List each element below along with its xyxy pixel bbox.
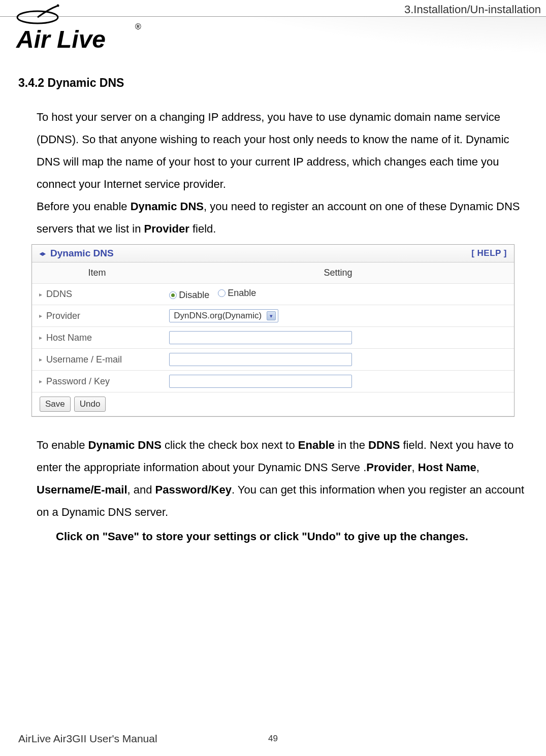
ddns-enable-radio[interactable]: Enable — [218, 288, 256, 299]
triangle-icon: ▸ — [39, 378, 42, 385]
page-header: 3.Installation/Un-installation Air Live … — [0, 0, 546, 71]
provider-value: DynDNS.org(Dynamic) — [174, 311, 262, 321]
chevron-down-icon: ▾ — [267, 311, 276, 320]
instruction-paragraph: To enable Dynamic DNS click the check bo… — [37, 434, 528, 523]
provider-select[interactable]: DynDNS.org(Dynamic) ▾ — [169, 309, 278, 322]
table-row: ▸Password / Key — [32, 371, 514, 392]
row-label-ddns: DDNS — [46, 289, 72, 300]
panel-titlebar: ◂▸ Dynamic DNS [ HELP ] — [32, 245, 514, 262]
ddns-disable-radio[interactable]: Disable — [169, 290, 209, 301]
table-row: ▸Username / E-mail — [32, 349, 514, 371]
page-number: 49 — [268, 734, 278, 744]
row-label-hostname: Host Name — [46, 333, 92, 343]
dynamic-dns-panel: ◂▸ Dynamic DNS [ HELP ] Item Setting ▸DD… — [31, 244, 515, 417]
save-button[interactable]: Save — [40, 397, 71, 412]
intro-bold-ddns: Dynamic DNS — [131, 200, 204, 213]
row-label-password: Password / Key — [46, 376, 110, 387]
table-row: ▸Host Name — [32, 327, 514, 349]
svg-point-1 — [57, 5, 59, 7]
panel-title: Dynamic DNS — [50, 248, 114, 259]
airlive-logo: Air Live ® — [13, 4, 145, 62]
table-row: ▸DDNS Disable Enable — [32, 284, 514, 305]
undo-button[interactable]: Undo — [74, 397, 106, 412]
triangle-icon: ▸ — [39, 291, 42, 298]
table-row: ▸Provider DynDNS.org(Dynamic) ▾ — [32, 305, 514, 327]
password-input[interactable] — [169, 375, 352, 388]
radio-label-disable: Disable — [179, 290, 209, 301]
breadcrumb: 3.Installation/Un-installation — [404, 3, 541, 16]
triangle-icon: ▸ — [39, 334, 42, 341]
radio-checked-icon — [169, 291, 177, 299]
row-label-provider: Provider — [46, 311, 80, 321]
logo-text: Air Live — [16, 26, 106, 53]
trademark-icon: ® — [135, 22, 141, 31]
triangle-icon: ▸ — [39, 312, 42, 319]
manual-title: AirLive Air3GII User's Manual — [18, 733, 157, 745]
settings-table: Item Setting ▸DDNS Disable Enable ▸P — [32, 262, 514, 416]
intro-text-2c: field. — [189, 222, 216, 235]
intro-text-1: To host your server on a changing IP add… — [37, 111, 509, 190]
radio-label-enable: Enable — [228, 288, 256, 299]
intro-text-2a: Before you enable — [37, 200, 131, 213]
save-instruction: Click on "Save" to store your settings o… — [56, 525, 528, 548]
page-footer: AirLive Air3GII User's Manual 49 — [0, 733, 546, 745]
section-heading: 3.4.2 Dynamic DNS — [18, 76, 528, 90]
column-header-setting: Setting — [162, 262, 514, 284]
hostname-input[interactable] — [169, 331, 352, 344]
username-input[interactable] — [169, 353, 352, 366]
intro-paragraph: To host your server on a changing IP add… — [37, 106, 528, 240]
triangle-icon: ▸ — [39, 356, 42, 363]
intro-bold-provider: Provider — [144, 222, 189, 235]
radio-unchecked-icon — [218, 289, 226, 297]
panel-collapse-icon: ◂▸ — [40, 249, 45, 257]
row-label-username: Username / E-mail — [46, 354, 122, 365]
column-header-item: Item — [32, 262, 162, 284]
help-link[interactable]: [ HELP ] — [471, 248, 507, 258]
